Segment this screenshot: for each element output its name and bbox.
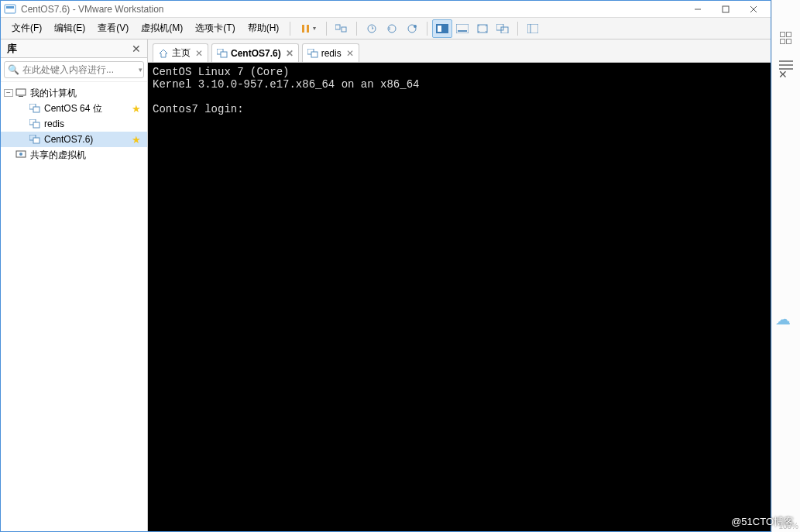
maximize-button[interactable] [712, 2, 740, 17]
terminal-line: Kernel 3.10.0-957.e17.x86_64 on an x86_6… [153, 78, 419, 91]
app-icon [4, 3, 16, 15]
svg-rect-24 [19, 96, 23, 97]
main-area: 主页✕CentOS7.6)✕redis✕ CentOS Linux 7 (Cor… [148, 39, 771, 531]
menu-tabs[interactable]: 选项卡(T) [189, 19, 241, 38]
star-icon: ★ [132, 134, 141, 146]
minimize-button[interactable] [684, 2, 712, 17]
pause-button[interactable]: ▾ [295, 19, 321, 38]
tab-close-icon[interactable]: ✕ [195, 48, 203, 59]
sidebar: 库 ✕ 🔍 ▾ −我的计算机CentOS 64 位★redisCentOS7.6… [1, 39, 148, 531]
svg-rect-34 [221, 52, 227, 57]
search-input[interactable] [22, 64, 139, 75]
revert-snapshot-button[interactable] [382, 19, 402, 38]
window-title: CentOS7.6) - VMware Workstation [21, 4, 684, 15]
separator [326, 22, 327, 36]
tab-label: CentOS7.6) [231, 48, 281, 59]
separator [356, 22, 357, 36]
body: 库 ✕ 🔍 ▾ −我的计算机CentOS 64 位★redisCentOS7.6… [1, 39, 771, 531]
tree-row-CentOS 64 位[interactable]: CentOS 64 位★ [1, 101, 147, 116]
search-dropdown-icon[interactable]: ▾ [139, 66, 142, 74]
svg-rect-21 [527, 24, 538, 33]
svg-rect-6 [302, 25, 304, 33]
send-ctrl-alt-del-button[interactable] [331, 19, 352, 38]
menu-help[interactable]: 帮助(H) [242, 19, 286, 38]
svg-rect-9 [342, 27, 346, 32]
tree-label: 共享的虚拟机 [30, 149, 144, 162]
svg-rect-23 [16, 89, 26, 95]
svg-rect-17 [458, 30, 467, 32]
snapshot-button[interactable] [362, 19, 382, 38]
sidebar-close-icon[interactable]: ✕ [132, 43, 141, 55]
search-row: 🔍 ▾ [1, 58, 147, 82]
home-icon [158, 48, 169, 59]
library-button[interactable] [523, 19, 543, 38]
star-icon: ★ [132, 103, 141, 115]
tree-row-共享的虚拟机[interactable]: 共享的虚拟机 [1, 147, 147, 163]
menu-file[interactable]: 文件(F) [5, 19, 48, 38]
vm-icon [217, 48, 228, 59]
svg-rect-26 [33, 107, 39, 112]
svg-point-32 [19, 153, 22, 156]
tree-label: 我的计算机 [30, 87, 144, 100]
separator [290, 22, 290, 36]
right-os-strip: ✕ ☁ [771, 0, 800, 532]
tab-close-icon[interactable]: ✕ [286, 48, 294, 59]
svg-rect-0 [5, 5, 15, 13]
tree-row-redis[interactable]: redis [1, 116, 147, 132]
svg-rect-15 [438, 26, 441, 32]
computer-icon [15, 87, 27, 99]
close-button[interactable] [740, 2, 767, 17]
strip-close-icon[interactable]: ✕ [778, 68, 788, 81]
vm-tree: −我的计算机CentOS 64 位★redisCentOS7.6)★共享的虚拟机 [1, 82, 147, 531]
vm-icon [307, 48, 318, 59]
view-thumbnail-button[interactable] [452, 19, 472, 38]
svg-rect-7 [307, 25, 309, 33]
menu-view[interactable]: 查看(V) [91, 19, 135, 38]
menu-vm[interactable]: 虚拟机(M) [135, 19, 189, 38]
view-console-button[interactable] [432, 19, 452, 38]
search-box[interactable]: 🔍 ▾ [4, 61, 144, 78]
menu-toolbar: 文件(F) 编辑(E) 查看(V) 虚拟机(M) 选项卡(T) 帮助(H) ▾ [1, 18, 771, 39]
title-bar: CentOS7.6) - VMware Workstation [1, 1, 771, 18]
tab-redis[interactable]: redis✕ [302, 43, 359, 62]
shared-icon [15, 149, 27, 161]
assistant-icon[interactable]: ☁ [775, 310, 791, 328]
sidebar-header: 库 ✕ [1, 39, 147, 58]
vm-icon [29, 118, 41, 130]
tab-close-icon[interactable]: ✕ [346, 48, 354, 59]
grid-icon[interactable] [779, 31, 793, 45]
tab-CentOS7.6)[interactable]: CentOS7.6)✕ [211, 43, 299, 62]
terminal-line: Contos7 login: [153, 103, 244, 115]
tab-strip: 主页✕CentOS7.6)✕redis✕ [148, 39, 771, 63]
dropdown-icon: ▾ [313, 25, 316, 32]
zoom-label: 100% [778, 522, 798, 530]
menu-edit[interactable]: 编辑(E) [48, 19, 91, 38]
tree-label: CentOS 64 位 [44, 102, 132, 115]
tab-label: redis [321, 48, 342, 59]
svg-rect-3 [723, 6, 729, 12]
manage-snapshot-button[interactable] [402, 19, 422, 38]
sidebar-title: 库 [7, 42, 132, 56]
svg-rect-8 [335, 25, 340, 29]
svg-rect-30 [33, 138, 39, 143]
tree-label: CentOS7.6) [44, 134, 132, 145]
vm-icon [29, 133, 41, 146]
svg-rect-1 [6, 6, 14, 9]
tab-label: 主页 [172, 46, 191, 60]
tree-row-我的计算机[interactable]: −我的计算机 [1, 85, 147, 101]
separator [517, 22, 518, 36]
tree-row-CentOS7.6)[interactable]: CentOS7.6)★ [1, 132, 147, 147]
svg-point-13 [414, 25, 417, 28]
fullscreen-button[interactable] [472, 19, 493, 38]
search-icon: 🔍 [8, 64, 19, 75]
svg-rect-28 [33, 122, 39, 128]
separator [427, 22, 427, 36]
tree-toggle-icon[interactable]: − [4, 89, 13, 97]
svg-rect-36 [311, 52, 318, 57]
unity-button[interactable] [493, 19, 513, 38]
tree-label: redis [44, 118, 144, 129]
tab-主页[interactable]: 主页✕ [153, 43, 208, 62]
vmware-window: CentOS7.6) - VMware Workstation 文件(F) 编辑… [0, 0, 771, 532]
terminal[interactable]: CentOS Linux 7 (Core) Kernel 3.10.0-957.… [148, 63, 771, 531]
vm-icon [29, 102, 41, 115]
